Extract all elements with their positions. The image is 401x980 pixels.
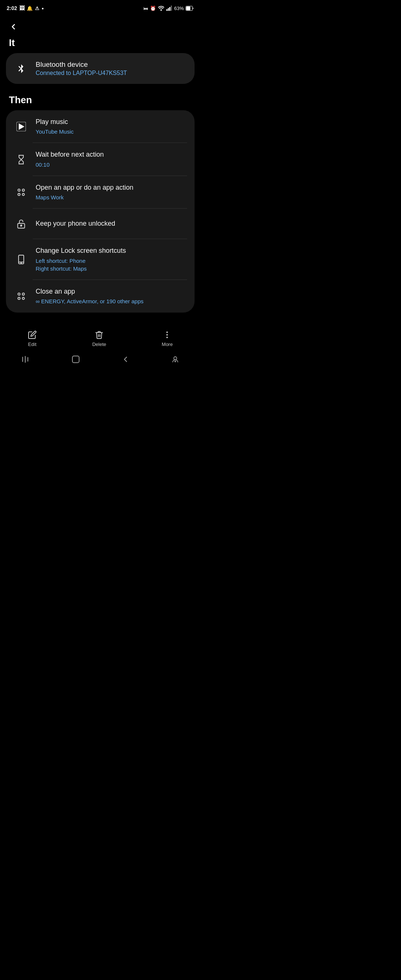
svg-point-21 xyxy=(22,298,24,299)
svg-rect-6 xyxy=(186,6,191,10)
status-time: 2:02 xyxy=(7,5,17,11)
delete-icon xyxy=(95,330,103,339)
svg-point-18 xyxy=(18,293,20,295)
more-button[interactable]: More xyxy=(162,330,173,347)
status-left: 2:02 🖼 🔔 ⚠ ● xyxy=(7,5,44,11)
svg-point-20 xyxy=(18,298,20,299)
svg-point-19 xyxy=(22,293,24,295)
wifi-icon xyxy=(158,6,164,11)
action-open-app[interactable]: Open an app or do an app action Maps Wor… xyxy=(6,176,194,208)
action-wait-text: Wait before next action 00:10 xyxy=(36,150,103,168)
edit-label: Edit xyxy=(28,342,37,347)
svg-marker-7 xyxy=(19,124,24,130)
action-open-app-text: Open an app or do an app action Maps Wor… xyxy=(36,183,133,201)
status-bar: 2:02 🖼 🔔 ⚠ ● 🛏 ⏰ 63% xyxy=(0,0,200,15)
warning-icon: ⚠ xyxy=(35,6,39,11)
action-open-app-subtitle: Maps Work xyxy=(36,193,133,201)
svg-rect-4 xyxy=(171,6,172,11)
assist-button[interactable] xyxy=(171,355,179,363)
apps-icon xyxy=(13,185,29,200)
action-wait-subtitle: 00:10 xyxy=(36,161,103,169)
svg-point-12 xyxy=(22,193,24,196)
svg-point-17 xyxy=(21,263,22,264)
alarm-icon: ⏰ xyxy=(150,6,156,11)
action-lock-shortcuts-text: Change Lock screen shortcuts Left shortc… xyxy=(36,247,126,272)
svg-point-23 xyxy=(166,334,168,336)
phone-screen-icon xyxy=(13,252,29,267)
then-card: Play music YouTube Music Wait before nex… xyxy=(6,110,194,313)
delete-button[interactable]: Delete xyxy=(92,330,106,347)
edit-button[interactable]: Edit xyxy=(28,330,37,347)
it-card-text: Bluetooth device Connected to LAPTOP-U47… xyxy=(36,60,127,76)
signal-icon xyxy=(166,6,172,11)
action-lock-shortcuts[interactable]: Change Lock screen shortcuts Left shortc… xyxy=(6,239,194,280)
svg-rect-28 xyxy=(72,356,79,363)
action-lock-shortcuts-subtitle: Left shortcut: PhoneRight shortcut: Maps xyxy=(36,257,126,272)
action-play-music-text: Play music YouTube Music xyxy=(36,118,73,135)
action-open-app-title: Open an app or do an app action xyxy=(36,183,133,192)
svg-point-22 xyxy=(166,331,168,333)
action-wait-title: Wait before next action xyxy=(36,150,103,159)
svg-point-14 xyxy=(21,225,22,226)
dot-icon: ● xyxy=(41,6,44,10)
nav-bar xyxy=(0,351,200,370)
bottom-toolbar: Edit Delete More xyxy=(0,324,200,351)
action-keep-unlocked-text: Keep your phone unlocked xyxy=(36,220,115,228)
status-right: 🛏 ⏰ 63% xyxy=(143,6,194,11)
svg-point-11 xyxy=(18,193,20,196)
recents-button[interactable] xyxy=(21,356,29,363)
svg-point-24 xyxy=(166,337,168,338)
edit-icon xyxy=(28,330,37,339)
svg-point-10 xyxy=(22,189,24,191)
action-keep-unlocked-title: Keep your phone unlocked xyxy=(36,220,115,228)
then-section-label: Then xyxy=(0,84,200,110)
play-icon xyxy=(13,119,29,134)
back-nav-button[interactable] xyxy=(122,356,129,363)
battery-percent: 63% xyxy=(174,6,184,11)
svg-point-9 xyxy=(18,189,20,191)
action-close-app[interactable]: Close an app ∞ ENERGY, ActiveArmor, or 1… xyxy=(6,280,194,313)
action-wait[interactable]: Wait before next action 00:10 xyxy=(6,143,194,176)
svg-rect-3 xyxy=(169,7,170,11)
svg-rect-2 xyxy=(168,8,169,11)
photo-icon: 🖼 xyxy=(19,5,24,11)
more-label: More xyxy=(162,342,173,347)
battery-icon xyxy=(186,6,194,11)
action-keep-unlocked[interactable]: Keep your phone unlocked xyxy=(6,208,194,239)
unlock-icon xyxy=(13,216,29,232)
hourglass-icon xyxy=(13,152,29,167)
action-play-music[interactable]: Play music YouTube Music xyxy=(6,110,194,143)
svg-rect-1 xyxy=(166,9,167,11)
silent-icon: 🔔 xyxy=(27,6,33,11)
delete-label: Delete xyxy=(92,342,106,347)
it-card-subtitle: Connected to LAPTOP-U47KS53T xyxy=(36,70,127,76)
action-lock-shortcuts-title: Change Lock screen shortcuts xyxy=(36,247,126,255)
action-play-music-subtitle: YouTube Music xyxy=(36,128,73,135)
it-card[interactable]: Bluetooth device Connected to LAPTOP-U47… xyxy=(6,53,194,84)
sleep-icon: 🛏 xyxy=(143,6,148,11)
more-icon xyxy=(162,330,172,339)
action-close-app-title: Close an app xyxy=(36,287,144,296)
it-section-label: It xyxy=(0,36,200,53)
action-close-app-text: Close an app ∞ ENERGY, ActiveArmor, or 1… xyxy=(36,287,144,305)
svg-point-29 xyxy=(174,357,177,360)
it-card-title: Bluetooth device xyxy=(36,60,127,69)
close-apps-icon xyxy=(13,288,29,304)
home-button[interactable] xyxy=(72,355,80,363)
action-close-app-subtitle: ∞ ENERGY, ActiveArmor, or 190 other apps xyxy=(36,298,144,305)
svg-point-0 xyxy=(161,9,162,11)
action-play-music-title: Play music xyxy=(36,118,73,126)
back-button[interactable] xyxy=(0,15,27,34)
bluetooth-icon xyxy=(13,61,29,76)
